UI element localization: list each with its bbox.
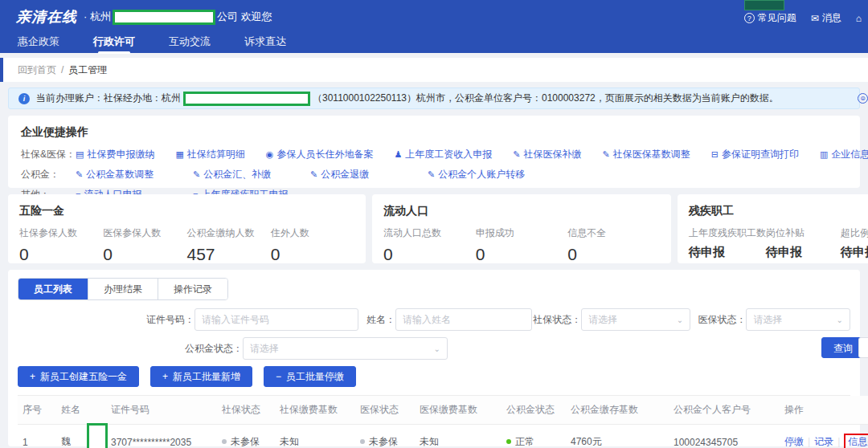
info-change-link-highlighted[interactable]: 信息变更 [844, 434, 868, 448]
redaction-box-top-right [744, 0, 784, 10]
stat-info-incomplete: 信息不全 0 [567, 226, 660, 264]
link-label: 社保结算明细 [187, 148, 245, 161]
welcome-suffix: 公司 欢迎您 [217, 10, 272, 24]
link-label: 社保费申报缴纳 [87, 148, 154, 161]
stat-label: 住外人数 [271, 226, 354, 240]
social-status-label: 社保状态： [532, 313, 581, 327]
edit-icon: ✎ [513, 149, 520, 160]
switch-account-link[interactable]: ⊜ 切 [858, 92, 868, 105]
link-label: 公积金退缴 [321, 168, 369, 181]
button-label: 新员工创建五险一金 [40, 366, 127, 387]
quick-actions-row-social: 社保&医保： ▤ 社保费申报缴纳 ▦ 社保结算明细 ◉ 参保人员长住外地备案 ♟… [21, 148, 847, 161]
category-label-fund: 公积金： [21, 168, 76, 181]
question-icon: ? [744, 13, 755, 23]
link-social-medical-base-adjust[interactable]: ✎ 社保医保基数调整 [603, 148, 690, 161]
edit-icon: ✎ [603, 149, 610, 160]
quick-actions-card: 企业便捷操作 社保&医保： ▤ 社保费申报缴纳 ▦ 社保结算明细 ◉ 参保人员长… [8, 116, 860, 188]
cell-cert: 3707**********2035 [106, 425, 217, 448]
select-placeholder: 请选择 [588, 313, 617, 327]
link-label: 企业信息变更 [831, 148, 868, 161]
link-fund-refund[interactable]: ✎ 公积金退缴 [310, 168, 407, 181]
card-icon: ▤ [76, 149, 84, 160]
status-text: 未参保 [369, 436, 398, 447]
edit-icon: ✎ [428, 169, 435, 180]
redaction-box-names [87, 423, 108, 448]
panel-tabs: 员工列表 办理结果 操作记录 [18, 278, 228, 300]
status-dot-gray [222, 439, 227, 444]
reset-button[interactable]: 重置 [858, 337, 868, 358]
col-medical-base: 医保缴费基数 [415, 396, 502, 425]
fund-status-select[interactable]: 请选择 ⌄ [243, 337, 448, 360]
stat-label: 流动人口总数 [383, 226, 476, 240]
table-header-row: 序号 姓名 证件号码 社保状态 社保缴费基数 医保状态 医保缴费基数 公积金状态… [18, 396, 868, 425]
link-fund-remit-repay[interactable]: ✎ 公积金汇、补缴 [193, 168, 289, 181]
building-icon: ⌂ [856, 13, 862, 24]
notice-prefix: 当前办理账户：社保经办地：杭州 [36, 92, 181, 105]
link-salary-income-declare[interactable]: ♟ 上年度工资收入申报 [394, 148, 492, 161]
stat-value: 0 [271, 245, 354, 264]
batch-add-employee-button[interactable]: + 新员工批量新增 [150, 366, 252, 387]
table-row: 1 魏 3707**********2035 未参保 未知 未参保 未知 正常 … [18, 425, 868, 448]
cert-number-label: 证件号码： [18, 313, 194, 327]
col-fund-base: 公积金缴存基数 [566, 396, 669, 425]
stat-label: 信息不全 [567, 226, 660, 240]
cell-fund-status: 正常 [502, 425, 566, 448]
minus-icon: − [276, 366, 281, 387]
medical-status-label: 医保状态： [690, 313, 746, 327]
cell-fund-base: 4760元 [566, 425, 669, 448]
stats-row: 五险一金 社保参保人数 0 医保参保人数 0 公积金缴纳人数 457 住外人数 … [8, 194, 860, 263]
batch-stop-payment-button[interactable]: − 员工批量停缴 [264, 366, 356, 387]
nav-item-interaction[interactable]: 互动交流 [169, 35, 211, 57]
stop-payment-link[interactable]: 停缴 [784, 436, 804, 447]
link-label: 社保医保补缴 [524, 148, 582, 161]
tab-operation-log[interactable]: 操作记录 [158, 279, 227, 299]
cert-number-input[interactable] [194, 308, 358, 331]
nav-item-policy[interactable]: 惠企政策 [18, 35, 59, 57]
link-nonlocal-residence-record[interactable]: ◉ 参保人员长住外地备案 [266, 148, 374, 161]
chevron-down-icon: ⌄ [434, 344, 440, 353]
plus-icon: + [162, 366, 168, 387]
breadcrumb-back-home[interactable]: 回到首页 [18, 63, 56, 77]
tab-employee-list[interactable]: 员工列表 [18, 279, 88, 299]
app-logo: 亲清在线 [16, 7, 77, 26]
link-label: 参保人员长住外地备案 [276, 148, 373, 161]
stat-label: 公积金缴纳人数 [187, 226, 271, 240]
nav-item-appeal[interactable]: 诉求直达 [244, 35, 286, 57]
medical-status-select[interactable]: 请选择 ⌄ [746, 308, 850, 331]
col-social-base: 社保缴费基数 [275, 396, 355, 425]
link-social-fee-declare[interactable]: ▤ 社保费申报缴纳 [76, 148, 154, 161]
col-name: 姓名 [56, 396, 106, 425]
link-social-settlement-detail[interactable]: ▦ 社保结算明细 [175, 148, 244, 161]
col-medical-status: 医保状态 [355, 396, 415, 425]
create-five-insurances-button[interactable]: + 新员工创建五险一金 [18, 366, 139, 387]
stat-post-subsidy: 岗位补贴 待申报 [766, 226, 841, 260]
link-fund-account-transfer[interactable]: ✎ 公积金个人账户转移 [428, 168, 525, 181]
stat-title: 残疾职工 [689, 204, 868, 218]
status-dot-gray [360, 439, 365, 444]
stat-label: 申报成功 [476, 226, 568, 240]
quick-actions-title: 企业便捷操作 [21, 125, 847, 140]
link-company-info-change[interactable]: ▥ 企业信息变更 [820, 148, 868, 161]
info-icon: i [18, 93, 30, 104]
faq-link[interactable]: ? 常见问题 [744, 11, 796, 25]
social-status-select[interactable]: 请选择 ⌄ [581, 308, 690, 331]
cell-fund-account: 100024345705 [669, 425, 780, 448]
select-placeholder: 请选择 [250, 342, 279, 356]
col-fund-status: 公积金状态 [502, 396, 566, 425]
cell-seq: 1 [18, 425, 56, 448]
link-fund-base-adjust[interactable]: ✎ 公积金基数调整 [76, 168, 172, 181]
cell-social-base: 未知 [275, 425, 355, 448]
messages-link[interactable]: ✉ 消息 [811, 11, 841, 25]
stat-living-outside: 住外人数 0 [271, 226, 354, 264]
link-label: 公积金汇、补缴 [203, 168, 271, 181]
status-text: 未参保 [231, 436, 260, 447]
name-input[interactable] [395, 308, 532, 331]
tab-processing-result[interactable]: 办理结果 [88, 279, 158, 299]
link-social-medical-repay[interactable]: ✎ 社保医保补缴 [513, 148, 581, 161]
nav-item-admin-permit[interactable]: 行政许可 [93, 35, 135, 57]
enterprise-space-link[interactable]: ⌂ [856, 13, 862, 24]
person-icon: ♟ [394, 149, 402, 160]
record-link[interactable]: 记录 [814, 436, 833, 447]
stat-over-ratio-subsidy: 超比例补贴 待申报 [841, 226, 868, 260]
link-insurance-cert-print[interactable]: ⊟ 参保证明查询打印 [711, 148, 799, 161]
